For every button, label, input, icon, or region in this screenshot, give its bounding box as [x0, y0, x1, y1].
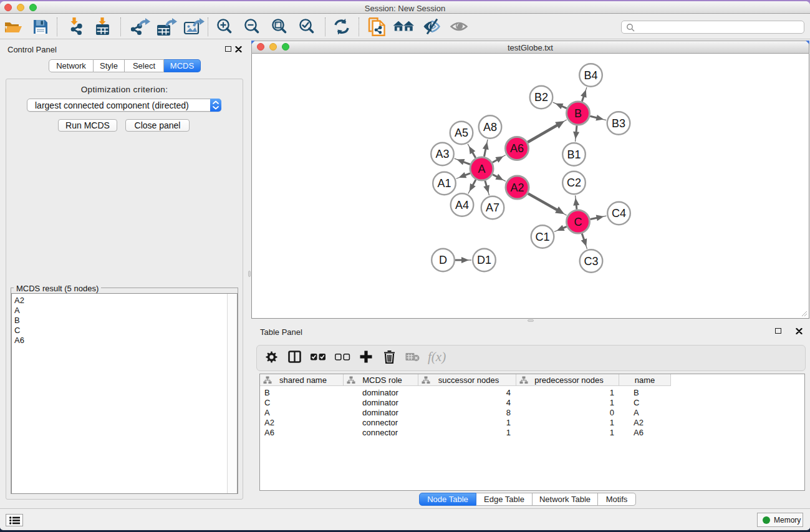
svg-text:C4: C4 [612, 207, 626, 220]
svg-text:C3: C3 [584, 255, 598, 268]
svg-text:D: D [439, 254, 447, 266]
svg-text:A8: A8 [483, 121, 497, 133]
svg-text:A3: A3 [435, 148, 449, 160]
svg-text:A7: A7 [486, 201, 499, 214]
svg-text:B2: B2 [534, 91, 548, 104]
svg-text:C: C [574, 216, 582, 228]
svg-text:B4: B4 [584, 69, 597, 82]
svg-text:A: A [478, 163, 485, 175]
svg-text:A1: A1 [437, 177, 451, 190]
svg-text:A2: A2 [510, 181, 524, 194]
svg-text:B: B [574, 107, 582, 120]
svg-text:A4: A4 [455, 199, 469, 211]
svg-text:B3: B3 [612, 117, 625, 130]
svg-text:D1: D1 [477, 254, 491, 266]
svg-text:C2: C2 [567, 177, 581, 189]
svg-text:A6: A6 [510, 142, 524, 155]
svg-text:B1: B1 [567, 148, 581, 161]
svg-text:A5: A5 [455, 127, 468, 139]
svg-text:C1: C1 [535, 231, 549, 243]
